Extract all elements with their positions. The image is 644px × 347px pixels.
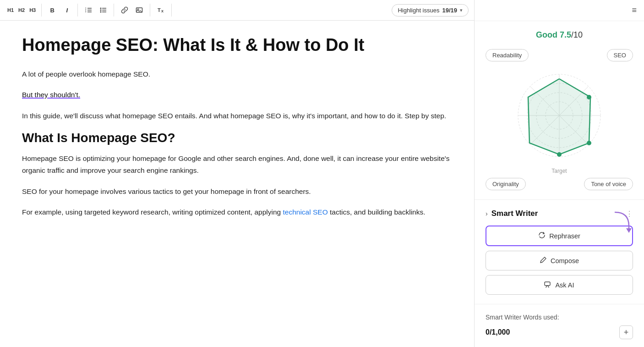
- paragraph-5: SEO for your homepage involves various t…: [22, 186, 452, 198]
- paragraph-4: Homepage SEO is optimizing your homepage…: [22, 153, 452, 176]
- compose-label: Compose: [551, 257, 579, 264]
- compose-button[interactable]: Compose: [486, 251, 633, 270]
- ordered-list-button[interactable]: 1 2 3: [82, 4, 95, 17]
- paragraph-1: A lot of people overlook homepage SEO.: [22, 68, 452, 80]
- technical-seo-link[interactable]: technical SEO: [283, 208, 327, 216]
- svg-text:3: 3: [85, 11, 87, 13]
- svg-marker-28: [626, 228, 632, 233]
- rephraser-label: Rephraser: [549, 232, 580, 240]
- score-title: Good 7.5/10: [486, 30, 633, 40]
- heading-2: What Is Homepage SEO?: [22, 131, 452, 145]
- ask-ai-icon: [544, 281, 551, 289]
- svg-point-7: [100, 10, 102, 11]
- svg-point-27: [557, 152, 562, 157]
- svg-rect-29: [545, 282, 550, 286]
- radar-bottom-labels: Originality Tone of voice: [486, 178, 633, 190]
- highlight-count: 19/19: [442, 7, 457, 14]
- smart-writer-buttons: Rephraser Compose Ask: [486, 226, 633, 295]
- article-title: Homepage SEO: What Is It & How to Do It: [22, 35, 452, 55]
- media-group: [118, 4, 150, 17]
- toolbar: H1 H2 H3 B I 1 2 3: [0, 0, 474, 21]
- editor-panel: H1 H2 H3 B I 1 2 3: [0, 0, 475, 347]
- score-good-label: Good: [536, 30, 557, 39]
- tone-of-voice-button[interactable]: Tone of voice: [584, 178, 633, 190]
- italic-button[interactable]: I: [60, 4, 74, 17]
- paragraph-2-highlighted: But they shouldn't.: [22, 89, 452, 101]
- originality-button[interactable]: Originality: [486, 178, 526, 190]
- smart-writer-title: Smart Writer: [491, 209, 626, 218]
- words-count: 0/1,000: [486, 328, 510, 336]
- paragraph-6: For example, using targeted keyword rese…: [22, 206, 452, 218]
- svg-point-8: [100, 11, 102, 13]
- words-used-value: 0/1,000 +: [486, 325, 633, 339]
- h1-button[interactable]: H1: [5, 4, 16, 17]
- paragraph-3: In this guide, we'll discuss what homepa…: [22, 110, 452, 122]
- highlight-label: Highlight issues: [398, 7, 439, 14]
- words-used-section: Smart Writer Words used: 0/1,000 +: [475, 304, 644, 347]
- unordered-list-button[interactable]: [96, 4, 110, 17]
- ask-ai-button[interactable]: Ask AI: [486, 275, 633, 295]
- h3-button[interactable]: H3: [27, 4, 38, 17]
- readability-button[interactable]: Readability: [486, 49, 529, 61]
- svg-point-26: [587, 141, 591, 145]
- seo-button[interactable]: SEO: [607, 49, 633, 61]
- radar-top-labels: Readability SEO: [486, 49, 633, 61]
- image-button[interactable]: [132, 4, 146, 17]
- h2-button[interactable]: H2: [16, 4, 27, 17]
- heading-group: H1 H2 H3: [5, 4, 42, 17]
- radar-chart: [509, 65, 610, 166]
- rephraser-icon: [538, 231, 546, 240]
- format-group: B I: [45, 4, 78, 17]
- editor-content[interactable]: Homepage SEO: What Is It & How to Do It …: [0, 21, 474, 347]
- ask-ai-label: Ask AI: [555, 281, 574, 289]
- highlight-issues-button[interactable]: Highlight issues 19/19 ▾: [392, 4, 469, 17]
- svg-point-6: [100, 8, 102, 9]
- clear-format-button[interactable]: T x: [154, 4, 168, 17]
- score-max: /10: [571, 30, 583, 39]
- highlighted-text: But they shouldn't.: [22, 91, 80, 99]
- add-words-button[interactable]: +: [619, 325, 633, 339]
- menu-icon[interactable]: ≡: [632, 6, 637, 15]
- bold-button[interactable]: B: [45, 4, 59, 17]
- right-panel-header: ≡: [475, 0, 644, 21]
- right-panel: ≡ Good 7.5/10 Readability SEO: [475, 0, 644, 347]
- link-button[interactable]: [118, 4, 131, 17]
- clear-group: T x: [154, 4, 172, 17]
- list-group: 1 2 3: [82, 4, 114, 17]
- svg-text:T: T: [158, 7, 161, 13]
- words-max: 1,000: [491, 328, 510, 336]
- score-section: Good 7.5/10 Readability SEO: [475, 21, 644, 200]
- words-used-number: 0: [486, 328, 490, 336]
- paragraph-6-start: For example, using targeted keyword rese…: [22, 208, 283, 216]
- words-used-label: Smart Writer Words used:: [486, 314, 633, 321]
- smart-writer-section: › Smart Writer ⋮ Rephraser: [475, 200, 644, 304]
- chevron-down-icon: ▾: [460, 7, 463, 13]
- svg-point-13: [137, 9, 139, 10]
- compose-icon: [540, 256, 547, 265]
- paragraph-6-end: tactics, and building backlinks.: [328, 208, 426, 216]
- svg-text:x: x: [161, 9, 164, 13]
- smart-writer-chevron-icon: ›: [486, 210, 488, 217]
- score-value: 7.5: [560, 30, 571, 39]
- target-label: Target: [486, 168, 633, 174]
- svg-marker-24: [528, 79, 590, 154]
- arrow-decoration: [606, 210, 631, 235]
- svg-point-25: [587, 95, 591, 99]
